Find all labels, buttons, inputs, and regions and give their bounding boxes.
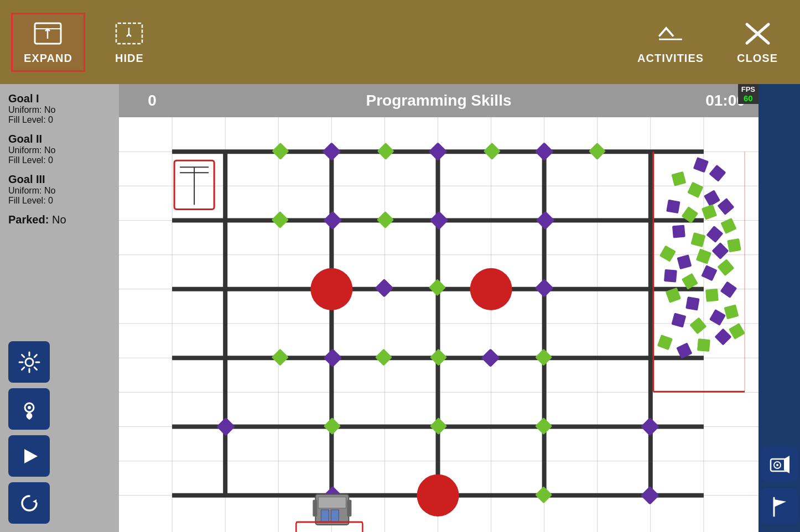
svg-rect-117 <box>685 296 700 311</box>
goal-iii-section: Goal III Uniform: No Fill Level: 0 <box>8 173 111 206</box>
goal-iii-uniform: Uniform: No <box>8 186 111 196</box>
svg-rect-126 <box>697 338 710 352</box>
score-title: Programming Skills <box>185 92 692 109</box>
goal-i-fill: Fill Level: 0 <box>8 115 111 125</box>
svg-point-8 <box>25 358 33 366</box>
svg-rect-118 <box>705 289 719 302</box>
svg-rect-134 <box>347 500 351 517</box>
hide-button[interactable]: HIDE <box>102 14 157 70</box>
game-field-container: 0 Programming Skills 01:00 FPS 60 <box>119 84 759 532</box>
svg-rect-130 <box>318 497 346 508</box>
svg-line-13 <box>22 354 24 357</box>
hide-icon <box>113 20 146 48</box>
svg-rect-103 <box>672 225 685 238</box>
right-sidebar <box>759 84 800 532</box>
svg-point-18 <box>28 406 31 409</box>
goal-ii-uniform: Uniform: No <box>8 145 111 155</box>
play-button[interactable] <box>8 435 50 477</box>
svg-point-144 <box>776 464 778 466</box>
activities-button[interactable]: ACTIVITIES <box>626 14 715 70</box>
fps-value: 60 <box>744 93 753 103</box>
camera-button[interactable] <box>761 446 797 482</box>
settings-button[interactable] <box>8 341 50 383</box>
svg-rect-132 <box>331 510 339 522</box>
close-label: CLOSE <box>737 52 778 65</box>
expand-button[interactable]: EXPAND <box>11 13 85 72</box>
hide-label: HIDE <box>115 52 144 65</box>
flag-button[interactable] <box>761 488 797 524</box>
goal-ii-title: Goal II <box>8 133 111 145</box>
goal-iii-title: Goal III <box>8 173 111 186</box>
reset-button[interactable] <box>8 482 50 524</box>
toolbar-right: ACTIVITIES CLOSE <box>626 14 789 70</box>
left-sidebar: Goal I Uniform: No Fill Level: 0 Goal II… <box>0 84 119 532</box>
svg-rect-133 <box>313 500 317 517</box>
location-button[interactable] <box>8 388 50 430</box>
svg-line-14 <box>34 367 37 369</box>
svg-rect-131 <box>321 510 329 522</box>
goal-ii-section: Goal II Uniform: No Fill Level: 0 <box>8 133 111 165</box>
close-icon <box>741 20 774 48</box>
goal-ii-fill: Fill Level: 0 <box>8 155 111 165</box>
svg-marker-19 <box>24 449 38 463</box>
game-field <box>119 117 759 532</box>
main-area: Goal I Uniform: No Fill Level: 0 Goal II… <box>0 84 800 532</box>
svg-rect-112 <box>664 269 677 283</box>
score-header: 0 Programming Skills 01:00 FPS 60 <box>119 84 759 117</box>
fps-label: FPS <box>741 85 755 93</box>
score-value: 0 <box>119 92 185 109</box>
svg-marker-20 <box>33 499 37 503</box>
goal-i-title: Goal I <box>8 92 111 105</box>
svg-line-16 <box>22 367 24 369</box>
goal-iii-fill: Fill Level: 0 <box>8 196 111 206</box>
activities-label: ACTIVITIES <box>637 52 704 65</box>
svg-point-71 <box>310 268 352 310</box>
activities-icon <box>654 20 687 48</box>
svg-rect-99 <box>666 200 680 214</box>
expand-label: EXPAND <box>24 52 72 65</box>
svg-point-72 <box>470 268 512 310</box>
parked-section: Parked: No <box>8 213 111 226</box>
close-button[interactable]: CLOSE <box>726 14 789 70</box>
svg-rect-111 <box>727 238 741 253</box>
toolbar: EXPAND HIDE ACTIVITIES <box>0 0 800 84</box>
svg-line-15 <box>34 354 37 357</box>
parked-value: No <box>52 213 66 226</box>
svg-point-73 <box>417 474 459 517</box>
fps-badge: FPS 60 <box>738 84 759 104</box>
goal-i-section: Goal I Uniform: No Fill Level: 0 <box>8 92 111 125</box>
sidebar-actions <box>8 234 111 532</box>
goal-i-uniform: Uniform: No <box>8 105 111 115</box>
parked-label: Parked: <box>8 213 52 226</box>
game-field-svg <box>119 117 759 532</box>
expand-icon <box>32 20 65 48</box>
